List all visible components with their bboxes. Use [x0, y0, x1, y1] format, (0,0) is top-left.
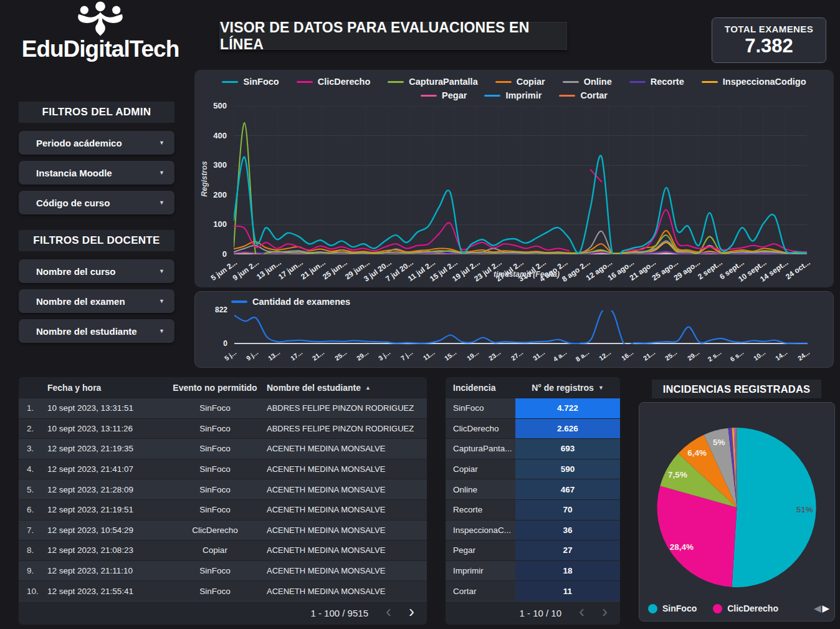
- table-row[interactable]: ClicDerecho2.626: [446, 418, 620, 439]
- events-timeline-panel: SinFocoClicDerechoCapturaPantallaCopiarO…: [194, 70, 834, 287]
- logo-text: EduDigitalTech: [22, 36, 179, 62]
- docente-filters-group: Nombre del curso▼Nombre del examen▼Nombr…: [19, 259, 174, 343]
- registros-table-body: SinFoco4.722ClicDerecho2.626CapturaPanta…: [446, 398, 620, 601]
- table-row[interactable]: CapturaPanta...693: [446, 438, 620, 459]
- fecha-cell: 12 sept 2023, 10:54:29: [47, 521, 163, 540]
- legend-item-cantidad-de-examenes[interactable]: Cantidad de examenes: [231, 297, 350, 307]
- table-row[interactable]: 2.10 sept 2023, 13:11:26SinFocoABDRES FE…: [19, 418, 427, 439]
- incidencia-cell: SinFoco: [446, 398, 515, 418]
- x-tick-label: 14...: [774, 348, 789, 362]
- admin-filters-heading: FILTROS DEL ADMIN: [19, 102, 174, 123]
- x-tick-label: 25...: [664, 348, 679, 362]
- incidencia-cell: Imprimir: [446, 561, 515, 581]
- sidebar: FILTROS DEL ADMIN Periodo acádemico▼Inst…: [19, 102, 174, 349]
- x-tick-label: 31...: [532, 348, 546, 362]
- legend-swatch: [495, 81, 512, 84]
- total-examenes-value: 7.382: [745, 35, 793, 57]
- legend-item-sinfoco[interactable]: SinFoco: [222, 75, 279, 89]
- fecha-cell: 10 sept 2023, 13:31:51: [47, 398, 163, 418]
- table-row[interactable]: Copiar590: [446, 459, 620, 479]
- table-row[interactable]: 1.10 sept 2023, 13:31:51SinFocoABDRES FE…: [19, 398, 427, 418]
- next-page-button[interactable]: ›: [409, 605, 414, 622]
- legend-item-inspeccionacodigo[interactable]: InspeccionaCodigo: [702, 75, 806, 89]
- legend-item-online[interactable]: Online: [563, 75, 612, 89]
- evento-cell: SinFoco: [163, 398, 267, 418]
- legend-item-clicderecho[interactable]: ClicDerecho: [297, 75, 371, 89]
- table-row[interactable]: Cortar11: [446, 580, 620, 601]
- legend-item-copiar[interactable]: Copiar: [495, 75, 545, 89]
- table-row[interactable]: 10.12 sept 2023, 21:55:41SinFocoACENETH …: [19, 580, 427, 601]
- next-page-button[interactable]: ›: [602, 605, 608, 622]
- filter-dropdown-label: Nombre del examen: [36, 296, 159, 307]
- table-row[interactable]: Pegar27: [446, 540, 620, 560]
- fecha-cell: 10 sept 2023, 13:11:26: [47, 419, 163, 439]
- x-tick-label: 13 jun...: [255, 258, 283, 281]
- registros-value-cell: 11: [515, 581, 620, 601]
- registros-value-cell: 467: [515, 479, 620, 499]
- column-header-n-de-registros[interactable]: N° de registros ▼: [515, 383, 620, 393]
- exam-count-line-chart: [234, 310, 808, 344]
- legend-label: SinFoco: [243, 75, 279, 89]
- legend-item-recorte[interactable]: Recorte: [629, 75, 684, 89]
- table-row[interactable]: InspeccionaC...36: [446, 520, 620, 540]
- filter-dropdown-nombre-del-examen[interactable]: Nombre del examen▼: [19, 289, 174, 313]
- table-row[interactable]: 8.12 sept 2023, 21:08:23CopiarACENETH ME…: [19, 540, 427, 560]
- legend-label: Copiar: [517, 75, 545, 89]
- table-row[interactable]: Imprimir18: [446, 560, 620, 581]
- y-tick-label: 200: [199, 190, 227, 199]
- fecha-cell: 12 sept 2023, 21:19:35: [47, 439, 163, 459]
- table-row[interactable]: 6.12 sept 2023, 21:19:51SinFocoACENETH M…: [19, 499, 427, 520]
- table-row[interactable]: 5.12 sept 2023, 21:28:09SinFocoACENETH M…: [19, 479, 427, 499]
- evento-cell: SinFoco: [163, 581, 267, 601]
- table-row[interactable]: SinFoco4.722: [446, 398, 620, 418]
- x-tick-label: 25...: [333, 348, 348, 362]
- filter-dropdown-label: Instancia Moodle: [36, 168, 159, 178]
- fecha-cell: 12 sept 2023, 21:08:23: [47, 540, 163, 560]
- table-row[interactable]: 4.12 sept 2023, 21:41:07SinFocoACENETH M…: [19, 459, 427, 479]
- events-table-body: 1.10 sept 2023, 13:31:51SinFocoABDRES FE…: [19, 398, 427, 601]
- legend-item-pegar[interactable]: Pegar: [421, 89, 467, 102]
- total-examenes-card: TOTAL EXAMENES 7.382: [712, 17, 826, 63]
- column-header-fecha-y-hora[interactable]: Fecha y hora: [47, 383, 163, 393]
- column-header-nombre-del-estudiante[interactable]: Nombre del estudiante ▲: [267, 383, 427, 393]
- pie-legend-item-clicderecho[interactable]: ClicDerecho: [713, 603, 778, 613]
- legend-prev-button[interactable]: ◀: [814, 603, 821, 614]
- table-row[interactable]: Online467: [446, 479, 620, 499]
- incidencia-cell: Pegar: [446, 540, 515, 560]
- table-row[interactable]: 9.12 sept 2023, 21:11:10SinFocoACENETH M…: [19, 560, 427, 581]
- estudiante-cell: ABDRES FELIPE PINZON RODRIGUEZ: [267, 398, 427, 418]
- evento-cell: ClicDerecho: [163, 521, 267, 540]
- events-table-pagination: 1 - 100 / 9515 ‹ ›: [19, 601, 427, 625]
- x-tick-label: 4 a...: [552, 348, 568, 363]
- evento-cell: SinFoco: [163, 479, 267, 499]
- legend-swatch: [484, 95, 500, 97]
- prev-page-button[interactable]: ‹: [579, 605, 585, 622]
- filter-dropdown-nombre-del-estudiante[interactable]: Nombre del estudiante▼: [19, 319, 174, 343]
- column-header-incidencia[interactable]: Incidencia: [446, 383, 515, 393]
- prev-page-button[interactable]: ‹: [386, 605, 391, 622]
- legend-item-capturapantalla[interactable]: CapturaPantalla: [388, 75, 477, 89]
- legend-dot: [648, 604, 657, 613]
- pie-legend-item-sinfoco[interactable]: SinFoco: [648, 603, 697, 613]
- y-tick-label: 0: [200, 339, 227, 348]
- filter-dropdown-nombre-del-curso[interactable]: Nombre del curso▼: [19, 259, 174, 283]
- legend-item-cortar[interactable]: Cortar: [559, 89, 608, 102]
- column-header-evento-no-permitido[interactable]: Evento no permitido: [163, 383, 267, 393]
- filter-dropdown-instancia-moodle[interactable]: Instancia Moodle▼: [19, 161, 174, 185]
- events-chart-legend: SinFocoClicDerechoCapturaPantallaCopiarO…: [194, 75, 834, 102]
- legend-next-button[interactable]: ▶: [822, 603, 829, 614]
- legend-label: SinFoco: [662, 603, 697, 613]
- filter-dropdown-label: Nombre del estudiante: [36, 326, 159, 337]
- x-tick-label: 24...: [796, 348, 811, 362]
- table-row[interactable]: 7.12 sept 2023, 10:54:29ClicDerechoACENE…: [19, 520, 427, 540]
- filter-dropdown-codigo-de-curso[interactable]: Código de curso▼: [19, 191, 174, 214]
- filter-dropdown-periodo-academico[interactable]: Periodo acádemico▼: [19, 131, 174, 155]
- logo: EduDigitalTech: [10, 1, 191, 64]
- incidencia-cell: ClicDerecho: [446, 419, 515, 439]
- fecha-cell: 12 sept 2023, 21:11:10: [47, 561, 163, 581]
- x-tick-label: 23...: [487, 348, 502, 362]
- registros-value-cell: 18: [515, 561, 620, 581]
- table-row[interactable]: Recorte70: [446, 499, 620, 520]
- table-row[interactable]: 3.12 sept 2023, 21:19:35SinFocoACENETH M…: [19, 438, 427, 459]
- legend-item-imprimir[interactable]: Imprimir: [484, 89, 542, 102]
